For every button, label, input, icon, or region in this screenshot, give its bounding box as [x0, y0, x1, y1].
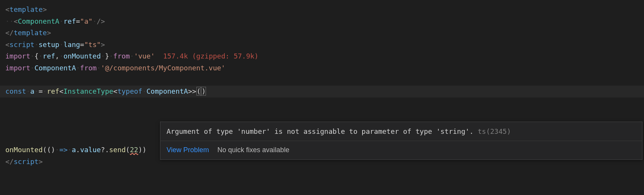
ws: ·: [30, 64, 34, 72]
quote: ": [80, 17, 84, 25]
paren-open-matched: (: [196, 87, 201, 96]
quote: ': [134, 52, 138, 60]
import-keyword: import: [5, 52, 30, 60]
componenta-type: ComponentA: [147, 87, 188, 95]
tag-open: <: [5, 41, 10, 49]
typeof-keyword: typeof: [118, 87, 142, 95]
quote: ": [84, 41, 88, 49]
quote: ": [88, 17, 93, 25]
code-line-blank-9[interactable]: [5, 98, 644, 109]
quote: ': [221, 64, 226, 72]
equals: =: [76, 17, 80, 25]
error-message: Argument of type 'number' is not assigna…: [167, 127, 474, 135]
ws: ·: [101, 52, 105, 60]
onmounted-call: onMounted: [5, 146, 43, 154]
paren-close-matched: ): [201, 87, 206, 96]
attr-lang: lang: [64, 41, 80, 49]
lang-value: ts: [88, 41, 97, 49]
ws: ·: [142, 87, 147, 95]
tag-template: template: [14, 29, 47, 37]
optional-chain: ?.: [101, 146, 109, 154]
ws: ·: [30, 52, 34, 60]
code-line-8-active[interactable]: const·a·=·ref<InstanceType<typeof·Compon…: [0, 86, 644, 98]
tag-script: script: [10, 41, 34, 49]
hover-error-tooltip: Argument of type 'number' is not assigna…: [160, 122, 642, 160]
tag-script: script: [14, 158, 39, 166]
paren: (: [126, 146, 130, 154]
import-ref: ref: [43, 52, 56, 60]
dot: .: [76, 146, 80, 154]
ws: ·: [43, 87, 47, 95]
import-componenta: ComponentA: [34, 64, 76, 72]
instancetype: InstanceType: [64, 87, 113, 95]
component-name: ComponentA: [18, 17, 59, 25]
parens: ((): [43, 146, 56, 154]
code-line-6[interactable]: import·ComponentA·from·'@/components/MyC…: [5, 62, 644, 74]
prop-value: value: [80, 146, 101, 154]
ws: ·: [130, 52, 134, 60]
ws: ·: [59, 17, 64, 25]
var-a: a: [30, 87, 34, 95]
from-keyword: from: [80, 64, 96, 72]
ws: ·: [93, 17, 97, 25]
attr-value: a: [84, 17, 88, 25]
module-vue: vue: [138, 52, 151, 60]
code-line-blank-10[interactable]: [5, 109, 644, 121]
attr-ref: ref: [64, 17, 76, 25]
code-line-blank-7[interactable]: [5, 74, 644, 86]
parens: )): [138, 146, 147, 154]
error-code: ts(2345): [474, 127, 511, 135]
tag-template: template: [10, 5, 43, 13]
import-onmounted: onMounted: [64, 52, 101, 60]
indent: ··: [5, 17, 14, 25]
tag-open: <: [5, 5, 10, 13]
ws: ·: [96, 64, 101, 72]
module-path: @/components/MyComponent.vue: [105, 64, 221, 72]
method-send: send: [109, 146, 126, 154]
equals: =: [39, 87, 43, 95]
import-cost: 157.4k (gzipped: 57.9k): [155, 52, 258, 60]
ws: ·: [26, 87, 30, 95]
ws: ·: [68, 146, 72, 154]
from-keyword: from: [113, 52, 130, 60]
lt: <: [113, 87, 118, 95]
quote: ": [96, 41, 101, 49]
code-line-5[interactable]: import·{·ref,·onMounted·}·from·'vue' 157…: [5, 50, 644, 62]
tag-open: </: [5, 158, 14, 166]
tag-open: </: [5, 29, 14, 37]
arg-number-error: 22: [130, 146, 138, 154]
code-line-1[interactable]: <template>: [5, 4, 644, 16]
self-close: />: [96, 17, 105, 25]
code-line-4[interactable]: <script·setup·lang="ts">: [5, 39, 644, 51]
quote: ': [101, 64, 105, 72]
arrow: =>: [59, 146, 68, 154]
tag-close: >: [101, 41, 105, 49]
error-message-row: Argument of type 'number' is not assigna…: [160, 122, 642, 141]
brace: {: [34, 52, 39, 60]
ws: ·: [39, 52, 43, 60]
tag-open: <: [14, 17, 18, 25]
tag-close: >: [47, 29, 51, 37]
import-keyword: import: [5, 64, 30, 72]
equals: =: [80, 41, 84, 49]
attr-setup: setup: [39, 41, 59, 49]
ws: ·: [34, 87, 39, 95]
tag-close: >: [39, 158, 43, 166]
lt: <: [59, 87, 64, 95]
tooltip-actions: View ProblemNo quick fixes available: [160, 141, 642, 160]
ws: ·: [109, 52, 113, 60]
gt: >>: [188, 87, 196, 95]
no-quick-fixes-label: No quick fixes available: [217, 146, 289, 154]
ws: ·: [55, 146, 59, 154]
ws: ·: [59, 41, 64, 49]
code-line-2[interactable]: ··<ComponentA·ref="a"·/>: [5, 16, 644, 28]
var-a: a: [72, 146, 76, 154]
comma: ,: [55, 52, 59, 60]
ws: ·: [34, 41, 39, 49]
brace: }: [105, 52, 109, 60]
ws: ·: [59, 52, 64, 60]
view-problem-link[interactable]: View Problem: [167, 146, 209, 154]
tag-close: >: [43, 5, 47, 13]
quote: ': [150, 52, 155, 60]
code-line-3[interactable]: </template>: [5, 27, 644, 39]
